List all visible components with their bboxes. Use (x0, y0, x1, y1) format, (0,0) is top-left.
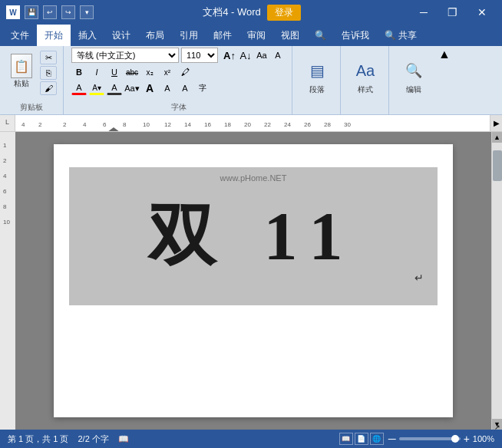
style-label: 样式 (358, 84, 373, 95)
superscript-button[interactable]: x² (160, 65, 175, 79)
italic-button[interactable]: I (89, 65, 104, 79)
menu-references[interactable]: 引用 (172, 25, 206, 46)
menu-design[interactable]: 设计 (104, 25, 138, 46)
watermark: www.pHome.NET (220, 173, 287, 183)
menu-insert[interactable]: 插入 (71, 25, 104, 46)
font-color-a-button[interactable]: A (71, 81, 87, 95)
svg-text:28: 28 (324, 121, 331, 128)
word-icon: W (6, 5, 20, 19)
change-case-button[interactable]: Aa (254, 48, 269, 62)
svg-text:8: 8 (123, 121, 127, 128)
clear-format-button[interactable]: A (270, 48, 286, 62)
ruler-scroll-right[interactable]: ▶ (490, 115, 502, 131)
scroll-up-button[interactable]: ▲ (492, 132, 503, 143)
paragraph-button[interactable]: ▤ 段落 (300, 55, 334, 98)
svg-text:30: 30 (344, 121, 351, 128)
status-left: 第 1 页，共 1 页 2/2 个字 📖 (8, 433, 129, 445)
small-clipboard-btns: ✂ ⎘ 🖌 (40, 51, 57, 95)
svg-text:18: 18 (224, 121, 231, 128)
minimize-button[interactable]: ─ (410, 0, 438, 25)
read-view-button[interactable]: 📖 (339, 433, 353, 445)
font-controls: 等线 (中文正文) 110 A↑ A↓ Aa A B I U abc x₂ x² (71, 48, 286, 95)
style-icon: Aa (353, 58, 378, 83)
edit-button[interactable]: 🔍 编辑 (397, 55, 431, 98)
svg-text:8: 8 (3, 203, 7, 210)
format-painter-button[interactable]: 🖌 (40, 81, 57, 95)
ruler-l-mark: L (0, 115, 15, 126)
grow-a-button[interactable]: A (142, 81, 157, 95)
highlight-button[interactable]: A▾ (89, 81, 104, 95)
menu-home[interactable]: 开始 (37, 25, 71, 46)
menu-file[interactable]: 文件 (3, 25, 37, 46)
ribbon-collapse-button[interactable]: ▲ (438, 46, 451, 114)
word-count: 2/2 个字 (78, 433, 108, 445)
close-button[interactable]: ✕ (468, 0, 496, 25)
font-label: 字体 (71, 102, 286, 113)
document-content[interactable]: 双 11 (148, 203, 358, 270)
font-color-button[interactable]: A (107, 81, 122, 95)
zoom-plus-button[interactable]: + (464, 433, 470, 445)
svg-text:4: 4 (83, 121, 87, 128)
print-view-button[interactable]: 📄 (355, 433, 368, 445)
svg-text:6: 6 (3, 188, 7, 195)
customize-button[interactable]: ▾ (80, 5, 94, 19)
char-button[interactable]: 字 (195, 81, 210, 95)
svg-text:16: 16 (204, 121, 211, 128)
menu-share[interactable]: 🔍 共享 (377, 25, 424, 46)
clipboard-expand[interactable]: ↗ (494, 423, 500, 431)
zoom-level: 100% (473, 434, 494, 443)
svg-text:4: 4 (3, 173, 7, 180)
paste-icon: 📋 (11, 54, 32, 78)
title-bar-center: 文档4 - Word 登录 (203, 5, 301, 21)
status-right: 📖 📄 🌐 ─ + 100% (339, 433, 494, 445)
edit-group: 🔍 编辑 (391, 46, 437, 114)
strikethrough-button[interactable]: abc (124, 65, 140, 79)
menu-tell-me[interactable]: 告诉我 (334, 25, 377, 46)
edit-label: 编辑 (406, 84, 421, 95)
grow-font-button[interactable]: A↑ (222, 48, 237, 62)
ruler-area: L 4 2 2 4 6 8 10 12 14 16 18 20 22 24 26 (0, 115, 502, 132)
eraser-button[interactable]: 🖍 (177, 65, 193, 79)
restore-button[interactable]: ❐ (439, 0, 467, 25)
svg-text:2: 2 (63, 121, 67, 128)
font-name-select[interactable]: 等线 (中文正文) (71, 48, 179, 63)
case-a-button[interactable]: A (177, 81, 193, 95)
undo-button[interactable]: ↩ (43, 5, 57, 19)
login-button[interactable]: 登录 (267, 5, 301, 21)
bold-button[interactable]: B (71, 65, 87, 79)
style-button[interactable]: Aa 样式 (348, 55, 382, 98)
svg-text:10: 10 (3, 219, 10, 226)
paragraph-label: 段落 (309, 84, 325, 95)
underline-button[interactable]: U (107, 65, 122, 79)
menu-view[interactable]: 视图 (273, 25, 307, 46)
cut-button[interactable]: ✂ (40, 51, 57, 64)
save-button[interactable]: 💾 (25, 5, 38, 19)
shrink-font-button[interactable]: A↓ (238, 48, 253, 62)
horizontal-ruler: 4 2 2 4 6 8 10 12 14 16 18 20 22 24 26 2… (15, 115, 490, 131)
svg-text:10: 10 (143, 121, 150, 128)
svg-text:22: 22 (264, 121, 271, 128)
svg-text:20: 20 (244, 121, 251, 128)
svg-text:6: 6 (103, 121, 107, 128)
menu-layout[interactable]: 布局 (138, 25, 172, 46)
shrink-a-button[interactable]: A (160, 81, 175, 95)
font-size-select[interactable]: 110 (181, 48, 218, 63)
web-view-button[interactable]: 🌐 (370, 433, 384, 445)
svg-text:4: 4 (21, 121, 25, 128)
scroll-thumb[interactable] (493, 150, 502, 181)
paragraph-group: ▤ 段落 (294, 46, 341, 114)
paragraph-icon: ▤ (305, 58, 329, 83)
search-icon: 🔍 (401, 58, 426, 83)
clipboard-label: 剪贴板 (20, 102, 43, 113)
subscript-button[interactable]: x₂ (142, 65, 157, 79)
redo-button[interactable]: ↪ (61, 5, 75, 19)
menu-search-icon[interactable]: 🔍 (307, 25, 334, 46)
vertical-scrollbar[interactable]: ▲ ▼ (491, 132, 502, 430)
paste-button[interactable]: 📋 粘贴 (6, 51, 37, 95)
copy-button[interactable]: ⎘ (40, 66, 57, 80)
font-aa-button[interactable]: Aa▾ (124, 81, 140, 95)
zoom-minus-button[interactable]: ─ (388, 433, 396, 445)
menu-review[interactable]: 审阅 (239, 25, 273, 46)
menu-mailings[interactable]: 邮件 (206, 25, 239, 46)
zoom-slider[interactable] (399, 437, 461, 440)
